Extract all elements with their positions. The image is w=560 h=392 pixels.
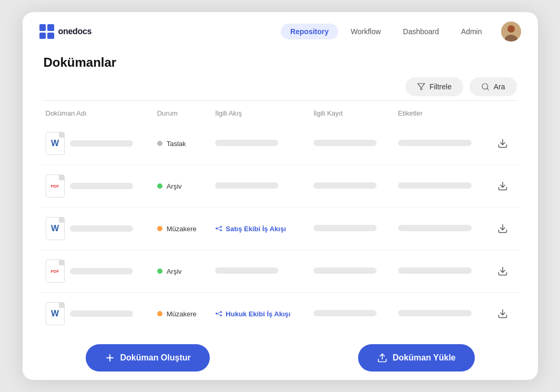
nav: Repository Workflow Dashboard Admin (281, 22, 521, 42)
tags-cell (392, 122, 488, 165)
col-action (488, 101, 521, 122)
svg-rect-9 (220, 226, 222, 228)
table-row: Müzakere Hukuk Ekibi İş Akışı (39, 293, 521, 334)
download-cell (488, 250, 521, 293)
name-cell (39, 208, 151, 250)
svg-line-12 (217, 229, 220, 231)
logo: onedocs (39, 24, 92, 39)
status-cell: Müzakere (151, 293, 209, 334)
table-wrap: Doküman Adı Durum İlgili Akış İlgili Kay… (23, 101, 538, 334)
filter-icon (417, 82, 425, 91)
status-dot (157, 269, 162, 274)
download-button[interactable] (494, 263, 511, 280)
tags-cell (392, 165, 488, 208)
svg-line-18 (217, 312, 220, 314)
status-cell: Müzakere (151, 208, 209, 250)
record-cell (307, 293, 392, 334)
create-document-button[interactable]: Doküman Oluştur (86, 344, 210, 372)
download-icon (497, 308, 508, 319)
download-icon (497, 181, 508, 191)
upload-document-button[interactable]: Doküman Yükle (358, 344, 475, 372)
status-cell: Arşiv (151, 165, 209, 208)
status-label: Arşiv (167, 182, 182, 190)
nav-item-repository[interactable]: Repository (281, 24, 338, 39)
record-skeleton (313, 310, 376, 316)
nav-item-workflow[interactable]: Workflow (341, 24, 390, 39)
download-button[interactable] (494, 135, 511, 152)
file-icon-pdf (46, 260, 65, 283)
workflow-cell: Satış Ekibi İş Akışı (209, 208, 307, 250)
tags-cell (392, 293, 488, 334)
actions-row: Filtrele Ara (23, 70, 538, 100)
record-cell (307, 122, 392, 165)
name-cell (39, 122, 151, 165)
col-record: İlgili Kayıt (307, 101, 392, 122)
svg-rect-10 (220, 230, 222, 231)
workflow-icon (215, 310, 222, 317)
download-button[interactable] (494, 178, 511, 194)
record-cell (307, 250, 392, 293)
nav-item-admin[interactable]: Admin (452, 24, 492, 39)
file-icon-word (46, 302, 65, 325)
tags-skeleton (398, 182, 472, 189)
workflow-cell (209, 250, 307, 293)
status-label: Arşiv (167, 267, 182, 275)
col-workflow: İlgili Akış (209, 101, 307, 122)
workflow-link[interactable]: Hukuk Ekibi İş Akışı (215, 310, 301, 318)
file-icon-pdf (46, 174, 65, 198)
tags-skeleton (398, 267, 472, 274)
svg-line-5 (487, 88, 488, 90)
svg-rect-15 (216, 313, 218, 314)
status-cell: Arşiv (151, 250, 209, 293)
plus-icon (105, 353, 115, 363)
name-cell (39, 165, 151, 208)
record-cell (307, 208, 392, 250)
page-title: Dokümanlar (44, 55, 517, 70)
status-label: Müzakere (167, 225, 197, 233)
workflow-cell (209, 165, 307, 208)
status-dot (157, 226, 162, 231)
header: onedocs Repository Workflow Dashboard Ad… (23, 12, 538, 51)
name-cell (39, 293, 151, 334)
create-label: Doküman Oluştur (120, 353, 191, 363)
footer-actions: Doküman Oluştur Doküman Yükle (23, 334, 538, 380)
page-header: Dokümanlar (23, 51, 538, 70)
svg-marker-3 (418, 84, 424, 90)
download-button[interactable] (494, 220, 511, 237)
upload-label: Doküman Yükle (393, 353, 456, 363)
svg-line-11 (217, 227, 220, 229)
name-skeleton (70, 183, 133, 189)
col-name: Doküman Adı (39, 101, 151, 122)
download-cell (488, 122, 521, 165)
logo-text: onedocs (58, 27, 92, 36)
tags-cell (392, 208, 488, 250)
download-cell (488, 165, 521, 208)
status-label: Taslak (167, 140, 186, 148)
workflow-link[interactable]: Satış Ekibi İş Akışı (215, 225, 301, 233)
filter-label: Filtrele (430, 82, 452, 91)
file-icon-word (46, 217, 65, 240)
download-button[interactable] (494, 305, 511, 322)
download-cell (488, 208, 521, 250)
download-icon (497, 223, 508, 234)
record-skeleton (313, 267, 376, 274)
name-skeleton (70, 140, 133, 147)
svg-rect-17 (220, 315, 222, 316)
col-tags: Etiketler (392, 101, 488, 122)
name-skeleton (70, 225, 133, 232)
table-row: Müzakere Satış Ekibi İş Akışı (39, 208, 521, 250)
record-skeleton (313, 225, 376, 231)
download-icon (497, 138, 508, 149)
status-dot (157, 183, 162, 189)
download-icon (497, 266, 508, 276)
table-row: Arşiv (39, 250, 521, 293)
search-button[interactable]: Ara (470, 77, 517, 96)
status-dot (157, 311, 162, 316)
filter-button[interactable]: Filtrele (405, 77, 463, 96)
nav-item-dashboard[interactable]: Dashboard (393, 24, 449, 39)
svg-rect-8 (216, 228, 218, 229)
avatar[interactable] (501, 22, 521, 42)
search-label: Ara (494, 82, 505, 91)
svg-line-19 (217, 314, 220, 316)
name-cell (39, 250, 151, 293)
